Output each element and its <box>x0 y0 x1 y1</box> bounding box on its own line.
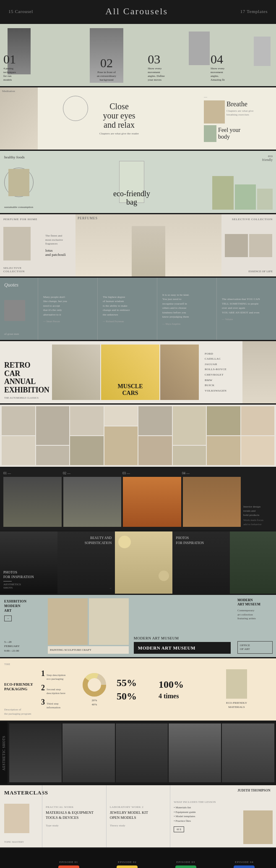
carousel-card-2[interactable]: Meditation Closeyour eyesand relax Chapt… <box>0 87 276 150</box>
carousel-card-5[interactable]: Quotes of great men Many people don'tlik… <box>0 278 276 340</box>
carousel-card-11[interactable]: THE ECO-FRIENDLYPACKAGING Description of… <box>0 658 276 721</box>
carousel-card-8[interactable]: 01 — 02 — 03 — 04 — Interior designtrend… <box>0 468 276 530</box>
carousel-card-3[interactable]: healthy foods sustainable consumption ec… <box>0 151 276 213</box>
carousel-card-1[interactable]: 01 4 posingtechniquesfor runmodels 02 Po… <box>0 24 276 86</box>
carousel-card-10[interactable]: EXHIBITIONMODERNART → 5—28FEBRUARY9:00—2… <box>0 595 276 657</box>
header-title: All Carousels <box>105 6 168 17</box>
carousel-card-13[interactable]: MASTERCLASS TOPIC MASTERY PRACTICAL WORK… <box>0 785 276 847</box>
carousel-card-7[interactable] <box>0 405 276 467</box>
carousel-card-6[interactable]: RETRO CARANNUALEXHIBITION THE AUTOMOBILE… <box>0 341 276 403</box>
carousel-card-9[interactable]: PHOTOSFOR INSPIRATION AESTHETICSSHOTS BE… <box>0 531 276 594</box>
header-left: 15 Carousel <box>8 9 33 14</box>
carousel-card-4[interactable]: PERFUME FOR HOME SELECTIVE COLLECTION Th… <box>0 214 276 276</box>
carousel-card-14[interactable]: PODCAST THE DISCOVERY EPISODE 01 EPISODE… <box>0 849 276 868</box>
carousel-card-12[interactable]: AESTHETIC SHOTS <box>0 722 276 784</box>
header-right: 17 Templates <box>240 9 268 14</box>
page-header: 15 Carousel All Carousels 17 Templates <box>0 0 276 23</box>
